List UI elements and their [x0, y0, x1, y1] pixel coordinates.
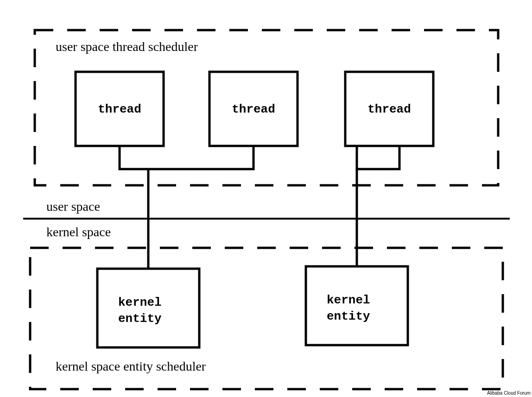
kernel-entity-2-l1: kernel — [327, 293, 370, 307]
watermark: Alibaba Cloud Forum — [487, 391, 531, 396]
threading-model-diagram: user space thread scheduler thread threa… — [0, 0, 532, 397]
kernel-scheduler-title: kernel space entity scheduler — [56, 359, 206, 373]
kernel-space-label: kernel space — [46, 225, 111, 239]
user-scheduler-title: user space thread scheduler — [56, 39, 198, 54]
thread-label-1: thread — [98, 102, 141, 116]
kernel-entity-1-l1: kernel — [118, 296, 162, 309]
connector-threads-1-2-join — [120, 146, 253, 169]
kernel-entity-1-l2: entity — [118, 312, 162, 326]
connector-thread-3-jog — [357, 146, 399, 169]
kernel-entity-2-l2: entity — [327, 309, 370, 323]
user-space-label: user space — [46, 199, 100, 214]
thread-label-3: thread — [367, 102, 411, 116]
thread-label-2: thread — [232, 102, 275, 116]
